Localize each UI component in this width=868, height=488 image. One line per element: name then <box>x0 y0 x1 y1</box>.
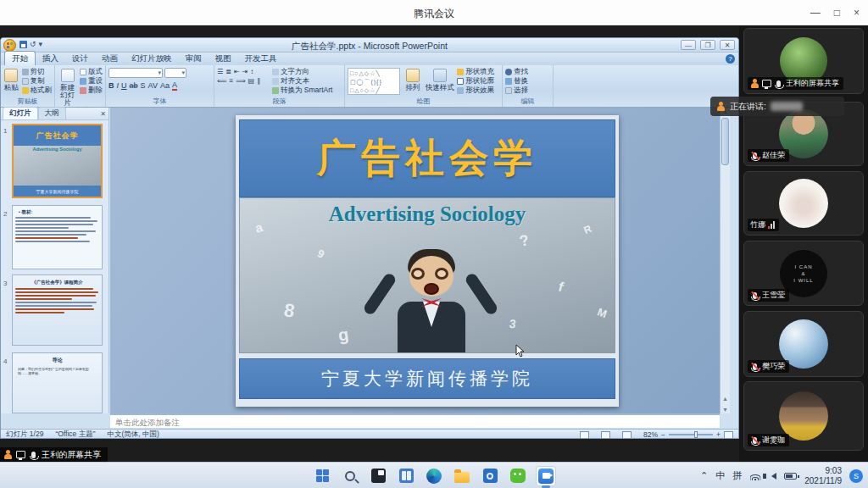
tab-review[interactable]: 审阅 <box>179 52 209 65</box>
align-right-icon[interactable]: ⟹ <box>236 77 245 85</box>
italic-button[interactable]: I <box>117 81 120 90</box>
slide-canvas[interactable]: 广告社会学 a 8 9 ? f R 3 g M k <box>236 115 619 407</box>
panel-tab-outline[interactable]: 大纲 <box>38 107 66 119</box>
layout-button[interactable]: 版式 <box>80 68 103 75</box>
paste-button[interactable]: 粘贴 <box>3 68 19 97</box>
ppt-close-icon[interactable]: ✕ <box>720 40 735 50</box>
font-color-button[interactable]: A <box>172 80 177 91</box>
taskbar-clock[interactable]: 9:03 2021/11/9 <box>804 466 842 486</box>
slide-title-box[interactable]: 广告社会学 <box>239 119 615 197</box>
new-slide-button[interactable]: 新建幻灯片 <box>58 68 77 107</box>
font-size-input[interactable] <box>164 68 186 78</box>
replace-button[interactable]: 替换 <box>505 77 528 85</box>
tab-home[interactable]: 开始 <box>4 51 36 65</box>
indent-increase-icon[interactable]: ⇥ <box>242 68 248 75</box>
participant-tile[interactable]: 竹娜 <box>743 171 864 236</box>
slide-thumbnail-4[interactable]: 导论 问题：我们的生活受到广告的影响吗？如果有影响……请举例。 <box>12 352 103 413</box>
ppt-minimize-icon[interactable]: — <box>681 40 696 50</box>
line-spacing-icon[interactable]: ↕ <box>250 68 253 75</box>
slide-footer-box[interactable]: 宁夏大学新闻传播学院 <box>239 358 615 399</box>
notification-badge[interactable]: S <box>849 469 863 483</box>
participant-tile[interactable]: I CAN & I WILL 王雪莹 <box>743 241 864 306</box>
tray-expand-icon[interactable]: ⌃ <box>700 470 708 481</box>
meeting-app-button[interactable] <box>536 466 556 486</box>
tab-slideshow[interactable]: 幻灯片放映 <box>125 52 179 65</box>
language-status[interactable]: 中文(简体, 中国) <box>107 430 159 439</box>
edge-button[interactable] <box>424 466 444 486</box>
shape-effects-button[interactable]: 形状效果 <box>457 86 494 94</box>
start-button[interactable] <box>312 466 332 486</box>
file-explorer-button[interactable] <box>452 466 472 486</box>
numbering-icon[interactable]: ≣ <box>225 68 231 75</box>
format-painter-button[interactable]: 格式刷 <box>22 86 53 94</box>
next-slide-icon[interactable]: ▼ <box>721 407 730 413</box>
reset-button[interactable]: 重设 <box>80 77 103 85</box>
align-center-icon[interactable]: ≡ <box>229 77 233 85</box>
scrollbar-thumb[interactable] <box>721 118 729 165</box>
screen-share-banner[interactable]: 王利的屏幕共享 <box>0 447 108 462</box>
panel-tab-slides[interactable]: 幻灯片 <box>3 107 38 119</box>
font-name-input[interactable] <box>108 68 163 78</box>
participant-tile[interactable]: 樊巧荣 <box>743 311 864 377</box>
help-icon[interactable]: ? <box>726 54 735 64</box>
shapes-gallery[interactable]: □○△◇☆╲▢◯⌒(){}□△○◇☆╱ <box>348 68 400 95</box>
indent-decrease-icon[interactable]: ⇤ <box>234 68 240 75</box>
smartart-button[interactable]: 转换为 SmartArt <box>272 86 332 94</box>
tab-design[interactable]: 设计 <box>65 52 95 65</box>
strikethrough-button[interactable]: ab <box>130 81 138 90</box>
shape-fill-button[interactable]: 形状填充 <box>457 68 494 75</box>
search-button[interactable] <box>340 466 360 486</box>
tab-developer[interactable]: 开发工具 <box>238 52 284 65</box>
slideshow-icon[interactable] <box>622 431 632 439</box>
align-left-icon[interactable]: ⟸ <box>217 77 226 85</box>
shape-outline-button[interactable]: 形状轮廓 <box>457 77 494 85</box>
underline-button[interactable]: U <box>121 81 127 90</box>
zoom-in-icon[interactable]: + <box>716 430 721 439</box>
zoom-slider-thumb[interactable] <box>694 431 698 438</box>
participant-tile[interactable]: 王利的屏幕共享 <box>743 28 864 94</box>
ime-language-indicator[interactable]: 中 <box>715 469 725 482</box>
notes-pane[interactable]: 单击此处添加备注 <box>110 413 720 428</box>
close-icon[interactable]: × <box>854 7 860 19</box>
previous-slide-icon[interactable]: ▲ <box>721 396 730 402</box>
align-text-button[interactable]: 对齐文本 <box>272 77 332 85</box>
slide-sorter-icon[interactable] <box>601 431 610 439</box>
cut-button[interactable]: 剪切 <box>22 68 53 75</box>
change-case-button[interactable]: Aa <box>160 81 170 90</box>
panel-close-icon[interactable]: ✕ <box>100 110 106 118</box>
minimize-icon[interactable]: — <box>810 7 821 19</box>
delete-button[interactable]: 删除 <box>80 86 103 94</box>
tab-animations[interactable]: 动画 <box>95 52 125 65</box>
select-button[interactable]: 选择 <box>505 86 528 94</box>
ppt-restore-icon[interactable]: ❐ <box>700 40 715 50</box>
ime-mode-indicator[interactable]: 拼 <box>732 469 742 482</box>
shadow-button[interactable]: S <box>141 81 146 90</box>
copy-button[interactable]: 复制 <box>22 77 53 85</box>
normal-view-icon[interactable] <box>580 431 589 439</box>
tab-insert[interactable]: 插入 <box>36 52 65 65</box>
zoom-out-icon[interactable]: − <box>661 430 665 439</box>
battery-icon[interactable] <box>784 473 797 480</box>
tab-view[interactable]: 视图 <box>209 52 238 65</box>
participant-tile[interactable]: 谢雯珈 <box>743 381 864 451</box>
justify-icon[interactable]: ▤ <box>248 77 255 85</box>
slide-thumbnail-2[interactable]: • 教材: <box>12 205 103 269</box>
slide-thumbnail-3[interactable]: 《广告社会学》课程简介 <box>12 274 103 346</box>
arrange-button[interactable]: 排列 <box>403 68 423 97</box>
bold-button[interactable]: B <box>108 81 114 90</box>
find-button[interactable]: 查找 <box>505 68 528 75</box>
widgets-button[interactable] <box>396 466 416 486</box>
vertical-scrollbar[interactable]: ▲ ▲ ▼ <box>720 108 730 413</box>
quick-styles-button[interactable]: 快速样式 <box>426 68 454 97</box>
wechat-button[interactable] <box>508 466 528 486</box>
fit-to-window-icon[interactable] <box>724 431 733 439</box>
taskbar-app-1[interactable] <box>368 466 388 486</box>
speaker-icon[interactable] <box>771 473 776 480</box>
zoom-slider[interactable] <box>669 434 713 435</box>
wifi-icon[interactable] <box>749 472 760 480</box>
text-direction-button[interactable]: 文字方向 <box>272 68 332 75</box>
slide-thumbnail-1[interactable]: 广告社会学 Advertising Sociology 宁夏大学新闻传播学院 <box>12 124 103 198</box>
columns-icon[interactable]: ∥ <box>257 77 260 85</box>
character-spacing-button[interactable]: AV <box>148 81 158 90</box>
maximize-icon[interactable]: □ <box>834 7 840 19</box>
